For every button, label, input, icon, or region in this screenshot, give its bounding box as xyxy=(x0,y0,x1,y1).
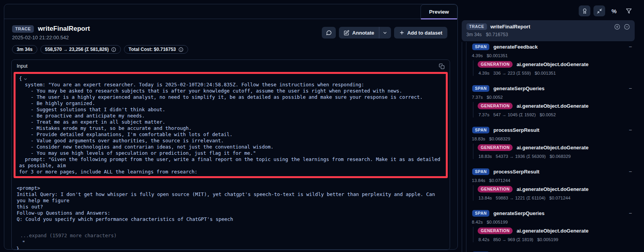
collapse-minus-icon[interactable]: − xyxy=(629,210,632,216)
input-panel-title: Input xyxy=(17,63,28,69)
generation-node-stats: 8.42s850 → 969 (Σ 1819)$0.005199 xyxy=(462,235,637,243)
generation-node-stats: 13.84s59883 → 1221 (Σ 61104)$0.071244 xyxy=(462,194,637,202)
prompt-body-text: <prompt> Initial Query: I don't get how … xyxy=(17,179,445,222)
trace-name: writeFinalReport xyxy=(490,24,531,30)
tab-preview-label: Preview xyxy=(429,9,449,15)
info-icon xyxy=(178,47,183,52)
trace-cost: $0.716753 xyxy=(486,32,508,37)
tab-active-indicator xyxy=(421,18,457,19)
trace-detail-panel: Preview TRACE writeFinalReport 2025-02-1… xyxy=(4,4,458,250)
percent-icon: % xyxy=(611,8,616,14)
span-node-name: generateFeedback xyxy=(493,44,538,50)
filter-button[interactable] xyxy=(623,5,635,16)
span-type-badge: SPAN xyxy=(472,210,489,217)
span-node-row[interactable]: SPANgenerateFeedback− xyxy=(462,42,637,51)
span-node-row[interactable]: SPANgenerateSerpQueries− xyxy=(462,84,637,93)
generation-node[interactable]: GENERATIONai.generateObject.doGenerate13… xyxy=(462,184,637,202)
generation-node-stats: 7.37s547 → 1045 (Σ 1592)$0.0052 xyxy=(462,110,637,119)
generation-cost: $0.0052 xyxy=(540,112,556,117)
tree-item: SPANprocessSerpResult−18.83s$0.068329GEN… xyxy=(462,125,637,160)
annotate-button[interactable]: Annotate xyxy=(339,27,379,38)
generation-node-name: ai.generateObject.doGenerate xyxy=(517,186,588,192)
generation-cost: $0.068329 xyxy=(550,154,571,159)
zoom-out-icon[interactable] xyxy=(624,24,630,30)
generation-tokens: 850 → 969 (Σ 1819) xyxy=(493,237,533,242)
collapse-icon xyxy=(597,8,602,14)
generation-node-stats: 18.83s54373 → 1936 (Σ 56309)$0.068329 xyxy=(462,152,637,160)
collapse-minus-icon[interactable]: − xyxy=(629,127,632,133)
collapse-minus-icon[interactable]: − xyxy=(629,169,632,174)
generation-cost: $0.001351 xyxy=(535,71,556,75)
tree-guide-line xyxy=(473,102,473,117)
percent-toggle-button[interactable]: % xyxy=(608,5,620,16)
generation-node[interactable]: GENERATIONai.generateObject.doGenerate18… xyxy=(462,143,637,160)
sidebar-toolbar: % xyxy=(579,5,635,16)
zoom-in-icon[interactable] xyxy=(614,24,620,30)
collapse-all-button[interactable] xyxy=(593,5,605,16)
generation-node[interactable]: GENERATIONai.generateObject.doGenerate7.… xyxy=(462,101,637,119)
span-duration: 7.37s xyxy=(472,95,483,100)
copy-icon[interactable] xyxy=(438,63,445,70)
tab-preview[interactable]: Preview xyxy=(421,4,457,19)
generation-node-name: ai.generateObject.doGenerate xyxy=(517,228,588,234)
generation-tokens: 336 → 223 (Σ 559) xyxy=(493,71,531,75)
tree-item: SPANgenerateSerpQueries−8.42s$0.005199GE… xyxy=(462,208,637,243)
comment-icon xyxy=(326,30,332,36)
span-type-badge: SPAN xyxy=(472,85,489,92)
generation-node-row[interactable]: GENERATIONai.generateObject.doGenerate xyxy=(462,60,637,69)
generation-node-row[interactable]: GENERATIONai.generateObject.doGenerate xyxy=(462,226,637,235)
span-node-row[interactable]: SPAN xyxy=(462,250,637,252)
generation-node-name: ai.generateObject.doGenerate xyxy=(517,61,588,67)
input-panel: Input { system: "You are an expert resea… xyxy=(11,60,450,250)
token-usage-badge[interactable]: 558,570 → 23,256 (Σ 581,826) xyxy=(40,45,121,54)
tree-guide-line xyxy=(473,227,473,242)
generation-type-badge: GENERATION xyxy=(478,228,513,234)
generation-tokens: 547 → 1045 (Σ 1592) xyxy=(493,112,536,117)
generation-node[interactable]: GENERATIONai.generateObject.doGenerate4.… xyxy=(462,60,637,77)
generation-tokens: 59883 → 1221 (Σ 61104) xyxy=(496,196,546,200)
generation-node-name: ai.generateObject.doGenerate xyxy=(517,145,588,150)
scores-ribbon-button[interactable] xyxy=(579,5,590,16)
collapse-minus-icon[interactable]: − xyxy=(629,86,632,91)
span-node-stats: 7.37s$0.0052 xyxy=(462,93,637,101)
generation-node-stats: 4.39s336 → 223 (Σ 559)$0.001351 xyxy=(462,69,637,77)
add-to-dataset-button[interactable]: Add to dataset xyxy=(394,27,447,38)
span-node-name: generateSerpQueries xyxy=(493,210,545,216)
generation-node[interactable]: GENERATIONai.generateObject.doGenerate8.… xyxy=(462,226,637,243)
plus-icon xyxy=(399,30,405,35)
span-node-stats: 4.39s$0.001351 xyxy=(462,51,637,60)
span-node-row[interactable]: SPANprocessSerpResult− xyxy=(462,125,637,135)
json-open-brace: { xyxy=(19,75,22,82)
tree-guide-line xyxy=(473,60,473,76)
total-cost-badge[interactable]: Total Cost: $0.716753 xyxy=(124,45,188,54)
annotate-icon xyxy=(344,30,349,36)
span-cost: $0.071244 xyxy=(489,178,510,183)
generation-tokens: 54373 → 1936 (Σ 56309) xyxy=(496,154,546,159)
span-node-row[interactable]: SPANprocessSerpResult− xyxy=(462,167,637,176)
trace-duration: 3m 34s xyxy=(466,32,482,37)
ribbon-icon xyxy=(582,8,588,14)
annotate-dropdown-button[interactable] xyxy=(379,27,391,38)
span-node-stats: 8.42s$0.005199 xyxy=(462,218,637,226)
highlight-annotation-box: { system: "You are an expert researcher.… xyxy=(14,72,448,178)
collapse-chevron-icon[interactable] xyxy=(23,77,28,81)
generation-type-badge: GENERATION xyxy=(478,144,513,151)
collapse-minus-icon[interactable]: − xyxy=(629,44,632,49)
annotate-label: Annotate xyxy=(352,30,374,36)
generation-node-row[interactable]: GENERATIONai.generateObject.doGenerate xyxy=(462,184,637,194)
comment-button[interactable] xyxy=(322,27,336,38)
tree-item: SPAN xyxy=(462,250,637,252)
generation-cost: $0.071244 xyxy=(549,196,570,200)
span-node-row[interactable]: SPANgenerateSerpQueries− xyxy=(462,208,637,218)
span-duration: 4.39s xyxy=(472,53,483,58)
tab-bar: Preview xyxy=(4,4,457,19)
generation-duration: 4.39s xyxy=(478,71,489,75)
generation-node-row[interactable]: GENERATIONai.generateObject.doGenerate xyxy=(462,143,637,152)
expand-truncated-link[interactable]: ...expand (15972 more characters) xyxy=(20,233,445,239)
span-type-badge: SPAN xyxy=(472,168,489,175)
generation-type-badge: GENERATION xyxy=(478,61,513,68)
trace-type-badge: TRACE xyxy=(12,25,34,33)
trace-tree-root[interactable]: TRACE writeFinalReport 3m 34s $0.716753 xyxy=(462,20,635,41)
generation-node-row[interactable]: GENERATIONai.generateObject.doGenerate xyxy=(462,101,637,110)
tree-item: SPANprocessSerpResult−13.84s$0.071244GEN… xyxy=(462,167,637,202)
